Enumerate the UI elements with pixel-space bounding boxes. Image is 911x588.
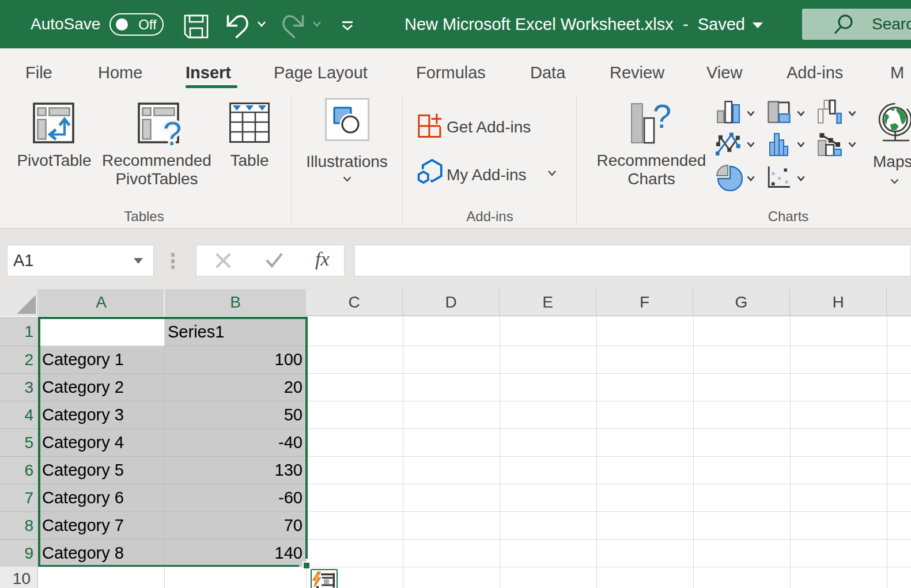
svg-text:?: ? xyxy=(653,101,671,135)
svg-text:?: ? xyxy=(163,115,182,147)
